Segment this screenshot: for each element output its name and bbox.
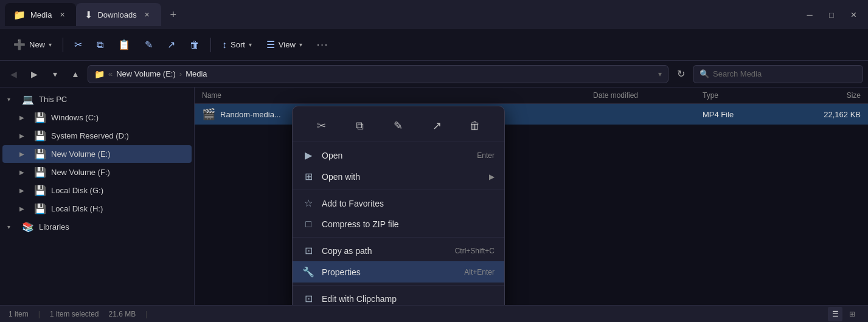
address-sep-2: › bbox=[179, 69, 182, 78]
sidebar-item-windows-c[interactable]: ▶ 💾 Windows (C:) bbox=[2, 109, 192, 126]
ctx-edit-clipchamp[interactable]: ⊡ Edit with Clipchamp bbox=[293, 288, 504, 305]
new-button[interactable]: ➕ New ▾ bbox=[7, 33, 58, 57]
ctx-separator-1 bbox=[293, 190, 504, 190]
ctx-clipchamp-icon: ⊡ bbox=[302, 293, 314, 304]
tab-downloads[interactable]: ⬇ Downloads ✕ bbox=[76, 3, 161, 26]
sidebar-item-libraries[interactable]: ▾ 📚 Libraries bbox=[2, 218, 192, 236]
sidebar-item-new-volume-e[interactable]: ▶ 💾 New Volume (E:) bbox=[2, 145, 192, 163]
sort-chevron: ▾ bbox=[249, 41, 252, 48]
up-button[interactable]: ▲ bbox=[67, 66, 84, 83]
view-chevron: ▾ bbox=[299, 41, 302, 48]
system-d-icon: 💾 bbox=[34, 130, 46, 142]
toolbar-separator-2 bbox=[210, 38, 211, 52]
item-count: 1 item bbox=[9, 310, 29, 318]
address-path-media: Media bbox=[186, 69, 207, 78]
ctx-open[interactable]: ▶ Open Enter bbox=[293, 145, 504, 166]
view-button[interactable]: ☰ View ▾ bbox=[260, 33, 308, 57]
minimize-button[interactable]: ─ bbox=[800, 5, 819, 24]
close-tab-downloads[interactable]: ✕ bbox=[142, 9, 153, 20]
ctx-separator-2 bbox=[293, 237, 504, 238]
ctx-favorites-icon: ☆ bbox=[302, 197, 314, 209]
new-chevron: ▾ bbox=[49, 41, 52, 48]
ctx-properties[interactable]: 🔧 Properties Alt+Enter bbox=[293, 261, 504, 283]
sidebar-item-local-disk-g[interactable]: ▶ 💾 Local Disk (G:) bbox=[2, 182, 192, 199]
col-header-date[interactable]: Date modified bbox=[593, 91, 703, 100]
ctx-cut-button[interactable]: ✂ bbox=[311, 115, 333, 137]
volume-e-label: New Volume (E:) bbox=[51, 149, 184, 159]
context-menu: ✂ ⧉ ✎ ↗ 🗑 ▶ Open Enter ⊞ Open with ▶ ☆ A… bbox=[292, 106, 505, 305]
new-icon: ➕ bbox=[13, 39, 26, 50]
sort-label: Sort bbox=[231, 40, 245, 49]
this-pc-label: This PC bbox=[39, 95, 184, 104]
sidebar-item-this-pc[interactable]: ▾ 💻 This PC bbox=[2, 91, 192, 108]
col-header-size[interactable]: Size bbox=[800, 91, 861, 100]
ctx-copy-button[interactable]: ⧉ bbox=[349, 115, 371, 137]
expand-icon-system-d: ▶ bbox=[19, 132, 29, 139]
sidebar: ▾ 💻 This PC ▶ 💾 Windows (C:) ▶ 💾 System … bbox=[0, 87, 195, 305]
delete-button[interactable]: 🗑 bbox=[184, 33, 206, 57]
ctx-delete-button[interactable]: 🗑 bbox=[464, 115, 486, 137]
view-icon: ☰ bbox=[266, 39, 275, 50]
col-header-type[interactable]: Type bbox=[703, 91, 800, 100]
search-icon: 🔍 bbox=[700, 69, 709, 78]
this-pc-icon: 💻 bbox=[22, 94, 34, 105]
tab-media-label: Media bbox=[30, 10, 52, 19]
toolbar: ➕ New ▾ ✂ ⧉ 📋 ✎ ↗ 🗑 ↕ Sort ▾ ☰ View ▾ ··… bbox=[0, 29, 868, 61]
title-bar: 📁 Media ✕ ⬇ Downloads ✕ + ─ □ ✕ bbox=[0, 0, 868, 29]
local-g-icon: 💾 bbox=[34, 185, 46, 196]
selected-size: 21.6 MB bbox=[109, 310, 136, 318]
ctx-copy-path-shortcut: Ctrl+Shift+C bbox=[455, 247, 495, 255]
sidebar-item-local-disk-h[interactable]: ▶ 💾 Local Disk (H:) bbox=[2, 200, 192, 218]
file-icon-video: 🎬 bbox=[202, 108, 215, 121]
ctx-open-label: Open bbox=[322, 151, 470, 160]
windows-c-label: Windows (C:) bbox=[51, 113, 184, 122]
sort-button[interactable]: ↕ Sort ▾ bbox=[216, 33, 258, 57]
ctx-properties-icon: 🔧 bbox=[302, 266, 314, 278]
volume-f-icon: 💾 bbox=[34, 166, 46, 178]
refresh-button[interactable]: ↻ bbox=[672, 66, 689, 83]
address-box[interactable]: 📁 « New Volume (E:) › Media ▾ bbox=[88, 65, 668, 83]
ctx-rename-button[interactable]: ✎ bbox=[387, 115, 409, 137]
ctx-share-button[interactable]: ↗ bbox=[426, 115, 448, 137]
close-button[interactable]: ✕ bbox=[844, 5, 863, 24]
rename-button[interactable]: ✎ bbox=[139, 33, 159, 57]
more-icon: ··· bbox=[317, 39, 328, 50]
tab-media[interactable]: 📁 Media ✕ bbox=[5, 3, 76, 26]
back-button[interactable]: ◀ bbox=[5, 66, 22, 83]
more-button[interactable]: ··· bbox=[311, 33, 335, 57]
downloads-tab-icon: ⬇ bbox=[85, 9, 92, 21]
cut-button[interactable]: ✂ bbox=[68, 33, 88, 57]
sidebar-item-new-volume-f[interactable]: ▶ 💾 New Volume (F:) bbox=[2, 163, 192, 181]
system-d-label: System Reserved (D:) bbox=[51, 131, 184, 140]
status-bar: 1 item | 1 item selected 21.6 MB | ☰ ⊞ bbox=[0, 305, 868, 322]
close-tab-media[interactable]: ✕ bbox=[57, 9, 68, 20]
tiles-view-button[interactable]: ⊞ bbox=[845, 307, 859, 321]
ctx-add-to-favorites[interactable]: ☆ Add to Favorites bbox=[293, 193, 504, 214]
local-g-label: Local Disk (G:) bbox=[51, 186, 184, 195]
ctx-open-with[interactable]: ⊞ Open with ▶ bbox=[293, 166, 504, 187]
ctx-compress-zip[interactable]: □ Compress to ZIP file bbox=[293, 214, 504, 235]
sidebar-item-system-reserved-d[interactable]: ▶ 💾 System Reserved (D:) bbox=[2, 127, 192, 145]
forward-button[interactable]: ▶ bbox=[26, 66, 43, 83]
maximize-button[interactable]: □ bbox=[822, 5, 841, 24]
copy-icon: ⧉ bbox=[97, 39, 103, 50]
new-tab-button[interactable]: + bbox=[164, 5, 183, 24]
col-header-name[interactable]: Name bbox=[202, 91, 593, 100]
expand-icon-libraries: ▾ bbox=[7, 224, 17, 230]
expand-icon-this-pc: ▾ bbox=[7, 96, 17, 103]
file-size: 22,162 KB bbox=[800, 110, 861, 119]
copy-button[interactable]: ⧉ bbox=[91, 33, 109, 57]
recent-locations-button[interactable]: ▾ bbox=[46, 66, 63, 83]
ctx-clipchamp-label: Edit with Clipchamp bbox=[322, 294, 495, 304]
status-separator-1: | bbox=[38, 310, 40, 318]
share-button[interactable]: ↗ bbox=[161, 33, 181, 57]
address-expand-icon[interactable]: ▾ bbox=[658, 70, 662, 78]
ctx-copy-path-icon: ⊡ bbox=[302, 245, 314, 256]
ctx-separator-3 bbox=[293, 285, 504, 286]
details-view-button[interactable]: ☰ bbox=[828, 307, 842, 321]
expand-icon-volume-f: ▶ bbox=[19, 169, 29, 176]
ctx-copy-as-path[interactable]: ⊡ Copy as path Ctrl+Shift+C bbox=[293, 240, 504, 261]
ctx-properties-label: Properties bbox=[322, 267, 457, 277]
paste-button[interactable]: 📋 bbox=[112, 33, 136, 57]
search-box[interactable]: 🔍 Search Media bbox=[693, 65, 863, 83]
